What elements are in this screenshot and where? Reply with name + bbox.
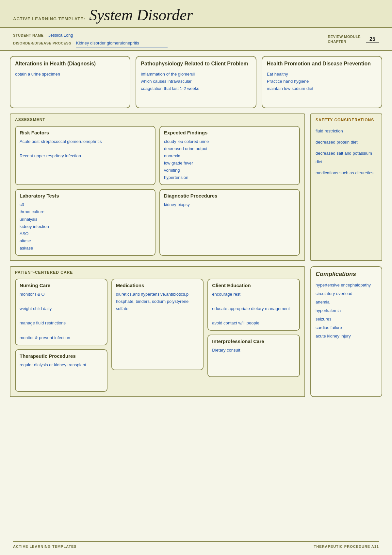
diagnostic-procedures-title: Diagnostic Procedures xyxy=(164,193,295,199)
assessment-safety-wrapper: ASSESSMENT Risk Factors Acute post strep… xyxy=(10,113,382,261)
safety-header: SAFETY CONSIDERATIONS xyxy=(316,117,377,123)
safety-item-2: decreased protein diet xyxy=(316,138,377,147)
footer: ACTIVE LEARNING TEMPLATES THERAPEUTIC PR… xyxy=(13,541,379,548)
medications-box: Medications diuretics,anti hypertensive,… xyxy=(111,279,204,370)
expected-findings-content: cloudy leu colored urinedecreased urine … xyxy=(164,138,295,182)
medications-title: Medications xyxy=(116,283,199,288)
client-education-content: encourage resteducate appropriate dietar… xyxy=(212,291,295,327)
client-education-box: Client Education encourage resteducate a… xyxy=(207,279,300,331)
pcc-middle-col: Medications diuretics,anti hypertensive,… xyxy=(111,279,204,392)
pcc-inner: Nursing Care monitor I & Oweight child d… xyxy=(15,279,300,392)
footer-left: ACTIVE LEARNING TEMPLATES xyxy=(13,545,77,548)
review-module: REVIEW MODULECHAPTER 25 xyxy=(328,31,379,47)
review-label: REVIEW MODULECHAPTER xyxy=(328,34,361,44)
diagnostic-procedures-box: Diagnostic Procedures kidney biopsy xyxy=(159,189,300,256)
header: ACTIVE LEARNING TEMPLATE: System Disorde… xyxy=(0,0,392,28)
alterations-box: Alterations in Health (Diagnosis) obtain… xyxy=(10,56,130,108)
laboratory-tests-box: Laboratory Tests c3throat cultureurinaly… xyxy=(15,189,155,256)
alterations-title: Alterations in Health (Diagnosis) xyxy=(15,61,125,67)
complication-3: anemia xyxy=(316,298,377,306)
disorder-label: DISORDER/DISEASE PROCESS xyxy=(13,41,71,45)
pcc-right-col: Client Education encourage resteducate a… xyxy=(207,279,300,392)
risk-factors-content: Acute post streptococcal glomerulonephri… xyxy=(20,138,151,160)
interprofessional-care-content: Dietary consult xyxy=(212,347,295,354)
complication-1: hypertensive encephalopathy xyxy=(316,281,377,289)
risk-factors-box: Risk Factors Acute post streptococcal gl… xyxy=(15,126,155,185)
alterations-content: obtain a urine specimen xyxy=(15,71,125,78)
disorder-row: DISORDER/DISEASE PROCESS Kidney disorder… xyxy=(13,39,328,47)
info-row: STUDENT NAME Jessica Long DISORDER/DISEA… xyxy=(0,28,392,51)
safety-item-1: fluid restriction xyxy=(316,127,377,135)
pathophysiology-box: Pathophysiology Related to Client Proble… xyxy=(136,56,256,108)
top-boxes: Alterations in Health (Diagnosis) obtain… xyxy=(10,56,382,108)
complication-6: cardiac failure xyxy=(316,323,377,332)
assessment-section: ASSESSMENT Risk Factors Acute post strep… xyxy=(10,113,305,261)
nursing-care-content: monitor I & Oweight child dailymanage fl… xyxy=(20,291,103,341)
safety-content: fluid restriction decreased protein diet… xyxy=(316,127,377,177)
therapeutic-procedures-box: Therapeutic Procedures regular dialysis … xyxy=(15,349,107,392)
laboratory-tests-title: Laboratory Tests xyxy=(20,193,151,199)
complications-title: Complications xyxy=(316,271,377,278)
disorder-value: Kidney disorder glomerulonepritis xyxy=(76,39,168,47)
pathophysiology-title: Pathophysiology Related to Client Proble… xyxy=(141,61,251,67)
expected-findings-box: Expected Findings cloudy leu colored uri… xyxy=(159,126,300,185)
safety-section: SAFETY CONSIDERATIONS fluid restriction … xyxy=(310,113,382,261)
diagnostic-procedures-content: kidney biopsy xyxy=(164,201,295,208)
complication-5: seizures xyxy=(316,315,377,323)
health-promotion-content: Eat healthyPractice hand hygienemaintain… xyxy=(267,71,377,92)
student-name-value: Jessica Long xyxy=(48,31,140,39)
template-label: ACTIVE LEARNING TEMPLATE: xyxy=(13,16,85,21)
safety-item-3: decreased salt and potassium diet xyxy=(316,149,377,166)
info-left: STUDENT NAME Jessica Long DISORDER/DISEA… xyxy=(13,31,328,47)
client-education-title: Client Education xyxy=(212,283,295,288)
risk-factors-title: Risk Factors xyxy=(20,130,151,135)
pathophysiology-content: inflammation of the glomeruliwhich cause… xyxy=(141,71,251,92)
complication-2: circulatory overload xyxy=(316,289,377,298)
student-name-row: STUDENT NAME Jessica Long xyxy=(13,31,328,39)
safety-item-4: medications such as dieuretics xyxy=(316,169,377,177)
pcc-complications-wrapper: PATIENT-CENTERED CARE Nursing Care monit… xyxy=(10,266,382,397)
complication-7: acute kidney injury xyxy=(316,332,377,340)
chapter-value: 25 xyxy=(366,36,379,43)
name-label: STUDENT NAME xyxy=(13,33,43,37)
assessment-header: ASSESSMENT xyxy=(15,117,300,122)
complication-4: hyperkalemia xyxy=(316,306,377,315)
therapeutic-procedures-title: Therapeutic Procedures xyxy=(20,353,103,359)
expected-findings-title: Expected Findings xyxy=(164,130,295,135)
nursing-care-title: Nursing Care xyxy=(20,283,103,288)
nursing-care-box: Nursing Care monitor I & Oweight child d… xyxy=(15,279,107,345)
interprofessional-care-title: Interprofessional Care xyxy=(212,338,295,344)
health-promotion-title: Health Promotion and Disease Prevention xyxy=(267,61,377,67)
main-content: Alterations in Health (Diagnosis) obtain… xyxy=(0,51,392,408)
laboratory-tests-content: c3throat cultureurinalysiskidney infecti… xyxy=(20,201,151,252)
complications-section: Complications hypertensive encephalopath… xyxy=(310,266,382,397)
health-promotion-box: Health Promotion and Disease Prevention … xyxy=(262,56,382,108)
footer-right: THERAPEUTIC PROCEDURE A11 xyxy=(314,545,379,548)
assessment-grid: Risk Factors Acute post streptococcal gl… xyxy=(15,126,300,256)
pcc-section: PATIENT-CENTERED CARE Nursing Care monit… xyxy=(10,266,305,397)
pcc-header: PATIENT-CENTERED CARE xyxy=(15,270,300,275)
medications-content: diuretics,anti hypertensive,antibiotics,… xyxy=(116,291,199,312)
therapeutic-procedures-content: regular dialysis or kidney transplant xyxy=(20,361,103,369)
page-title: System Disorder xyxy=(89,6,193,24)
complications-content: hypertensive encephalopathy circulatory … xyxy=(316,281,377,340)
interprofessional-care-box: Interprofessional Care Dietary consult xyxy=(207,335,300,377)
pcc-left-col: Nursing Care monitor I & Oweight child d… xyxy=(15,279,107,392)
